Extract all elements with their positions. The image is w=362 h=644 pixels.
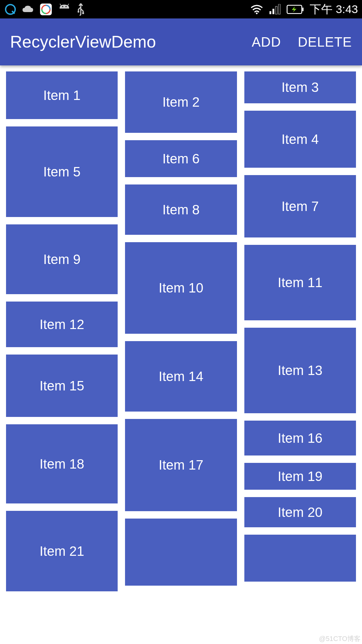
status-bar-right: 下午 3:43 [250, 2, 358, 17]
svg-point-7 [256, 12, 258, 14]
column-1: Item 2Item 6Item 8Item 10Item 14Item 17 [125, 71, 237, 644]
signal-icon [269, 4, 281, 15]
qiyi-icon [4, 3, 17, 16]
list-item[interactable]: Item 13 [244, 328, 356, 413]
list-item[interactable]: Item 14 [125, 341, 237, 412]
recycler-view[interactable]: Item 1Item 5Item 9Item 12Item 15Item 18I… [0, 65, 362, 644]
cloud-icon [21, 4, 34, 14]
list-item[interactable]: Item 19 [244, 463, 356, 490]
list-item[interactable] [125, 519, 237, 586]
svg-rect-13 [302, 7, 304, 11]
status-bar-left [4, 2, 86, 16]
list-item[interactable]: Item 8 [125, 184, 237, 235]
status-time: 下午 3:43 [310, 2, 358, 17]
column-0: Item 1Item 5Item 9Item 12Item 15Item 18I… [6, 71, 118, 644]
column-2: Item 3Item 4Item 7Item 11Item 13Item 16I… [244, 71, 356, 644]
list-item[interactable]: Item 5 [6, 126, 118, 217]
list-item[interactable]: Item 11 [244, 245, 356, 320]
list-item[interactable]: Item 6 [125, 140, 237, 177]
app-title: RecyclerViewDemo [10, 32, 156, 52]
usb-icon [76, 2, 86, 16]
svg-rect-6 [82, 12, 84, 14]
svg-rect-10 [276, 6, 277, 14]
add-button[interactable]: ADD [252, 35, 281, 50]
list-item[interactable]: Item 3 [244, 71, 356, 103]
list-item[interactable]: Item 15 [6, 355, 118, 417]
list-item[interactable] [244, 535, 356, 582]
list-item[interactable]: Item 20 [244, 497, 356, 527]
list-item[interactable]: Item 7 [244, 175, 356, 237]
list-item[interactable]: Item 4 [244, 111, 356, 168]
list-item[interactable]: Item 21 [6, 511, 118, 591]
app-icon [39, 2, 53, 16]
android-icon [58, 3, 71, 15]
app-bar: RecyclerViewDemo ADD DELETE [0, 18, 362, 65]
watermark: @51CTO博客 [319, 634, 361, 643]
list-item[interactable]: Item 18 [6, 424, 118, 503]
svg-rect-9 [273, 9, 274, 14]
battery-icon [286, 5, 304, 14]
svg-rect-11 [279, 4, 280, 14]
svg-point-3 [62, 6, 63, 7]
svg-rect-8 [269, 11, 271, 14]
status-bar: 下午 3:43 [0, 0, 362, 18]
list-item[interactable]: Item 9 [6, 224, 118, 294]
wifi-icon [250, 4, 263, 15]
delete-button[interactable]: DELETE [298, 35, 352, 50]
list-item[interactable]: Item 12 [6, 302, 118, 347]
list-item[interactable]: Item 16 [244, 421, 356, 455]
svg-point-5 [77, 11, 79, 12]
app-bar-actions: ADD DELETE [252, 35, 352, 50]
list-item[interactable]: Item 2 [125, 71, 237, 133]
svg-point-4 [65, 6, 66, 7]
list-item[interactable]: Item 17 [125, 419, 237, 511]
list-item[interactable]: Item 10 [125, 242, 237, 334]
list-item[interactable]: Item 1 [6, 71, 118, 119]
